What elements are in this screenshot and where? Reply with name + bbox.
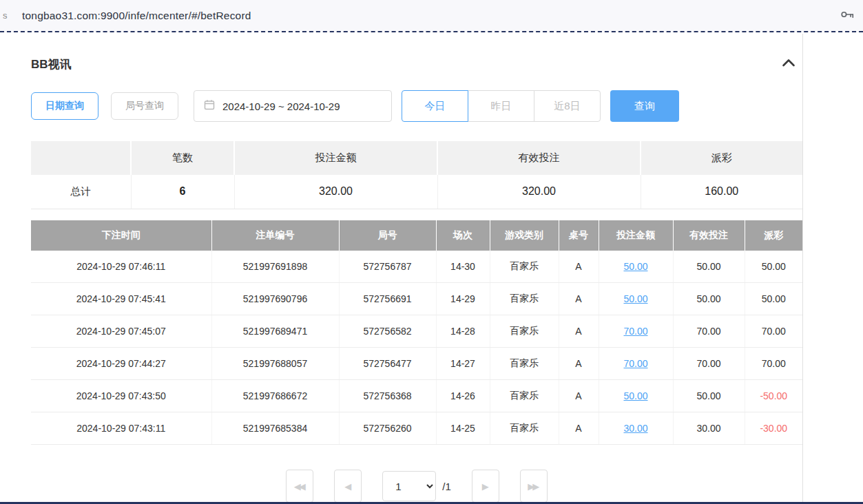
order-no-cell: 521997685384 [211,412,339,445]
col-header-valid-bet: 有效投注 [673,220,745,251]
bet-amount-link[interactable]: 50.00 [623,390,647,401]
summary-header-empty [31,141,131,175]
last-page-button[interactable]: ▶▶ [520,470,548,503]
game-type-cell: 百家乐 [490,412,559,445]
summary-row-label: 总计 [31,175,131,209]
bet-amount-link[interactable]: 50.00 [623,261,647,272]
scrollbar-gutter[interactable] [802,34,863,504]
summary-header-payout: 派彩 [641,141,802,175]
first-page-button[interactable]: ◀◀ [286,470,313,503]
payout-cell: 70.00 [745,315,802,348]
order-no-cell: 521997688057 [211,348,339,380]
game-type-cell: 百家乐 [490,348,559,380]
table-row: 2024-10-29 07:44:27 521997688057 5727564… [31,348,802,380]
payout-cell: 70.00 [745,348,802,380]
table-no-cell: A [559,315,599,348]
valid-bet-cell: 30.00 [673,412,745,445]
valid-bet-cell: 50.00 [673,251,745,283]
table-row: 2024-10-29 07:43:50 521997686672 5727563… [31,380,802,412]
bet-amount-cell: 70.00 [599,315,673,348]
table-no-cell: A [559,380,599,412]
password-key-button[interactable] [840,7,855,24]
page-total-label: /1 [442,481,451,492]
valid-bet-cell: 70.00 [673,348,745,380]
bet-amount-link[interactable]: 50.00 [623,293,647,304]
session-cell: 14-28 [436,315,490,348]
order-no-cell: 521997689471 [211,315,339,348]
round-no-cell: 572756787 [339,251,436,283]
prev-page-button[interactable]: ◀ [334,470,362,503]
summary-payout-value: 160.00 [641,175,802,209]
clipped-edge-text: s [3,10,11,21]
bet-amount-link[interactable]: 30.00 [623,423,647,434]
bet-time-cell: 2024-10-29 07:45:07 [31,315,211,348]
bet-time-cell: 2024-10-29 07:44:27 [31,348,211,380]
summary-header-row: 笔数 投注金额 有效投注 派彩 [31,141,802,175]
date-range-input[interactable]: 2024-10-29 ~ 2024-10-29 [194,90,392,122]
filter-bar: 日期查询 局号查询 2024-10-29 ~ 2024-10-29 今日 昨日 … [31,90,802,122]
page-select[interactable]: 1 [382,471,436,501]
summary-bet-amount-value: 320.00 [234,175,437,209]
game-type-cell: 百家乐 [490,283,559,315]
date-range-value: 2024-10-29 ~ 2024-10-29 [222,101,340,112]
round-no-cell: 572756477 [339,348,436,380]
key-icon [840,7,855,24]
order-no-cell: 521997690796 [211,283,339,315]
round-no-cell: 572756582 [339,315,436,348]
date-query-tab[interactable]: 日期查询 [31,92,98,120]
col-header-order-no: 注单编号 [211,220,339,251]
summary-valid-bet-value: 320.00 [437,175,641,209]
session-cell: 14-25 [436,412,490,445]
prev-page-icon: ◀ [344,481,351,492]
col-header-payout: 派彩 [745,220,802,251]
summary-header-bet-amount: 投注金额 [234,141,437,175]
table-row: 2024-10-29 07:46:11 521997691898 5727567… [31,251,802,283]
table-no-cell: A [559,412,599,445]
summary-table: 笔数 投注金额 有效投注 派彩 总计 6 320.00 320.00 160.0… [31,141,802,209]
panel-header: BB视讯 [31,56,802,72]
game-type-cell: 百家乐 [490,251,559,283]
col-header-session: 场次 [436,220,490,251]
table-row: 2024-10-29 07:45:41 521997690796 5727566… [31,283,802,315]
bet-amount-link[interactable]: 70.00 [623,358,647,369]
bet-amount-cell: 50.00 [599,283,673,315]
collapse-panel-button[interactable] [779,56,798,72]
bet-amount-link[interactable]: 70.00 [623,326,647,337]
page-title: BB视讯 [31,56,72,72]
pagination: ◀◀ ◀ 1 /1 ▶ ▶▶ [31,470,802,503]
page-indicator: 1 /1 [382,471,451,501]
order-no-cell: 521997691898 [211,251,339,283]
bet-amount-cell: 70.00 [599,348,673,380]
round-query-tab[interactable]: 局号查询 [111,92,178,120]
next-page-icon: ▶ [482,481,489,492]
bet-time-cell: 2024-10-29 07:43:50 [31,380,211,412]
url-text[interactable]: tongbao31.com:9900/infe/mcenter/#/betRec… [22,10,840,22]
col-header-bet-time: 下注时间 [31,220,211,251]
round-no-cell: 572756368 [339,380,436,412]
today-button[interactable]: 今日 [402,90,468,122]
records-header-row: 下注时间 注单编号 局号 场次 游戏类别 桌号 投注金额 有效投注 派彩 [31,220,802,251]
yesterday-button[interactable]: 昨日 [468,90,534,122]
col-header-bet-amount: 投注金额 [599,220,673,251]
session-cell: 14-27 [436,348,490,380]
table-no-cell: A [559,251,599,283]
round-no-cell: 572756260 [339,412,436,445]
payout-cell: -50.00 [745,380,802,412]
first-page-icon: ◀◀ [294,481,304,492]
bet-time-cell: 2024-10-29 07:45:41 [31,283,211,315]
payout-cell: 50.00 [745,251,802,283]
page: s tongbao31.com:9900/infe/mcenter/#/betR… [0,0,863,504]
round-no-cell: 572756691 [339,283,436,315]
game-type-cell: 百家乐 [490,315,559,348]
last-8-days-button[interactable]: 近8日 [534,90,601,122]
last-page-icon: ▶▶ [528,481,537,492]
address-bar: s tongbao31.com:9900/infe/mcenter/#/betR… [0,0,863,32]
search-button[interactable]: 查询 [610,90,679,122]
valid-bet-cell: 50.00 [673,283,745,315]
order-no-cell: 521997686672 [211,380,339,412]
summary-header-count: 笔数 [131,141,234,175]
next-page-button[interactable]: ▶ [472,470,499,503]
bet-amount-cell: 50.00 [599,251,673,283]
payout-cell: -30.00 [745,412,802,445]
summary-total-row: 总计 6 320.00 320.00 160.00 [31,175,802,209]
